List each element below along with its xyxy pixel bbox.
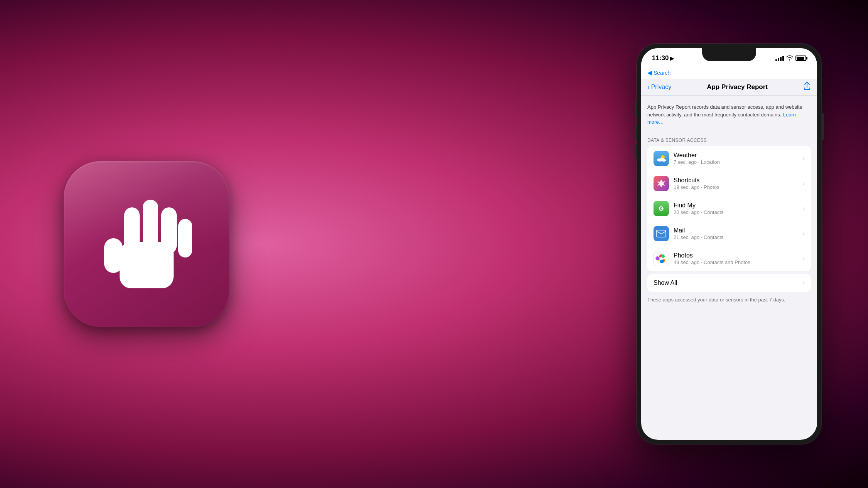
show-all-label: Show All: [654, 279, 803, 286]
app-icon-wrapper: [64, 161, 230, 327]
item-info: Shortcuts 19 sec. ago · Photos: [674, 177, 803, 190]
item-detail: 21 sec. ago · Contacts: [674, 234, 803, 240]
weather-icon: [655, 152, 667, 165]
shortcuts-icon: [656, 178, 667, 189]
chevron-icon: ›: [803, 180, 805, 187]
search-back-bar: ◀ Search: [641, 68, 817, 79]
notch: [702, 48, 756, 61]
list-item[interactable]: Shortcuts 19 sec. ago · Photos ›: [647, 171, 811, 196]
svg-rect-2: [124, 207, 140, 254]
item-name: Mail: [674, 227, 803, 234]
mail-icon: [656, 230, 666, 237]
svg-rect-1: [104, 238, 123, 273]
item-name: Weather: [674, 152, 803, 159]
signal-bar-1: [775, 59, 777, 61]
signal-bar-4: [782, 56, 784, 61]
item-detail: 7 sec. ago · Location: [674, 159, 803, 165]
search-back-label[interactable]: Search: [654, 70, 670, 76]
description-section: App Privacy Report records data and sens…: [641, 96, 817, 131]
share-button[interactable]: [803, 82, 811, 92]
list-item[interactable]: Mail 21 sec. ago · Contacts ›: [647, 221, 811, 246]
app-icon: [64, 161, 230, 327]
svg-rect-4: [161, 207, 177, 254]
list-item[interactable]: Find My 20 sec. ago · Contacts ›: [647, 196, 811, 221]
battery-fill: [797, 57, 804, 60]
left-section: [0, 0, 293, 488]
item-detail: 19 sec. ago · Photos: [674, 184, 803, 190]
status-bar-icons: [775, 55, 806, 62]
phone-section: 11:30 ▶: [637, 44, 837, 444]
signal-bars-icon: [775, 56, 784, 61]
mail-app-icon: [654, 226, 669, 241]
phone-screen: 11:30 ▶: [641, 48, 817, 440]
page-title: App Privacy Report: [707, 83, 768, 91]
item-info: Photos 49 sec. ago · Contacts and Photos: [674, 252, 803, 265]
list-item[interactable]: Weather 7 sec. ago · Location ›: [647, 146, 811, 171]
list-item[interactable]: Photos 49 sec. ago · Contacts and Photos…: [647, 246, 811, 271]
item-detail: 20 sec. ago · Contacts: [674, 209, 803, 215]
description-text: App Privacy Report records data and sens…: [647, 104, 802, 118]
chevron-icon: ›: [803, 155, 805, 162]
item-name: Shortcuts: [674, 177, 803, 184]
signal-bar-2: [778, 58, 779, 61]
weather-app-icon: [654, 151, 669, 166]
app-list: Weather 7 sec. ago · Location ›: [647, 146, 811, 271]
photos-icon: [654, 252, 668, 266]
back-arrow-icon: ◀: [647, 69, 652, 76]
share-icon: [803, 82, 811, 90]
phone-frame: 11:30 ▶: [637, 44, 822, 444]
item-info: Mail 21 sec. ago · Contacts: [674, 227, 803, 240]
chevron-icon: ›: [803, 205, 805, 212]
item-name: Photos: [674, 252, 803, 259]
navigation-bar: ‹ Privacy App Privacy Report: [641, 79, 817, 96]
show-all-row[interactable]: Show All ›: [647, 274, 811, 292]
svg-point-13: [661, 208, 662, 209]
wifi-icon: [786, 55, 793, 62]
svg-point-10: [662, 159, 666, 162]
location-arrow: ▶: [670, 56, 674, 61]
findmy-app-icon: [654, 201, 669, 216]
hand-icon: [96, 188, 197, 300]
svg-rect-14: [657, 230, 666, 237]
svg-rect-5: [178, 219, 192, 257]
back-chevron-icon: ‹: [647, 82, 650, 91]
footer-text: These apps accessed your data or sensors…: [641, 292, 817, 308]
battery-icon: [795, 56, 806, 61]
item-info: Weather 7 sec. ago · Location: [674, 152, 803, 165]
item-name: Find My: [674, 202, 803, 209]
svg-point-21: [660, 257, 663, 260]
show-all-chevron-icon: ›: [803, 279, 805, 286]
chevron-icon: ›: [803, 255, 805, 262]
section-header: DATA & SENSOR ACCESS: [641, 131, 817, 146]
time-display: 11:30: [652, 54, 669, 62]
item-info: Find My 20 sec. ago · Contacts: [674, 202, 803, 215]
svg-rect-3: [143, 200, 158, 250]
content-area: App Privacy Report records data and sens…: [641, 96, 817, 308]
photos-app-icon: [654, 251, 669, 266]
back-button[interactable]: ‹ Privacy: [647, 82, 671, 91]
findmy-icon: [656, 203, 667, 214]
shortcuts-app-icon: [654, 176, 669, 191]
chevron-icon: ›: [803, 230, 805, 237]
status-bar-time: 11:30 ▶: [652, 54, 674, 62]
signal-bar-3: [780, 57, 782, 61]
back-button-label: Privacy: [651, 84, 671, 91]
item-detail: 49 sec. ago · Contacts and Photos: [674, 259, 803, 265]
